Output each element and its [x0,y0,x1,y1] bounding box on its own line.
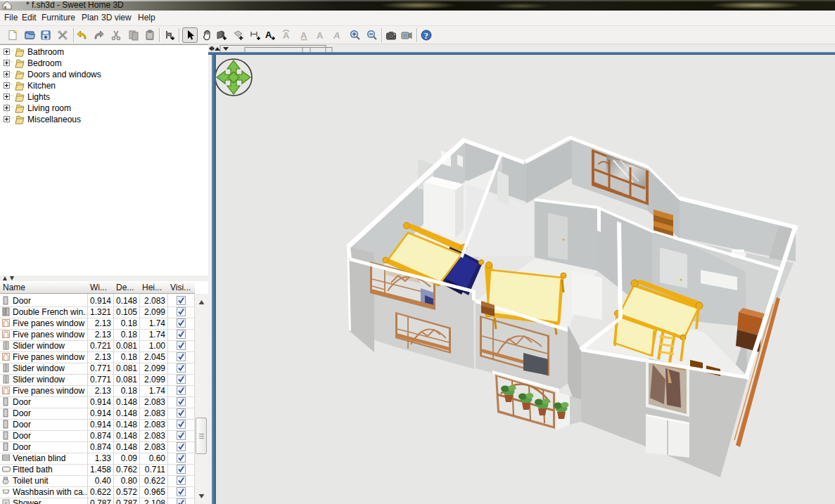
svg-text:A: A [333,30,340,41]
svg-text:A: A [265,30,272,40]
svg-text:A: A [317,30,324,41]
svg-text:?: ? [424,31,428,41]
